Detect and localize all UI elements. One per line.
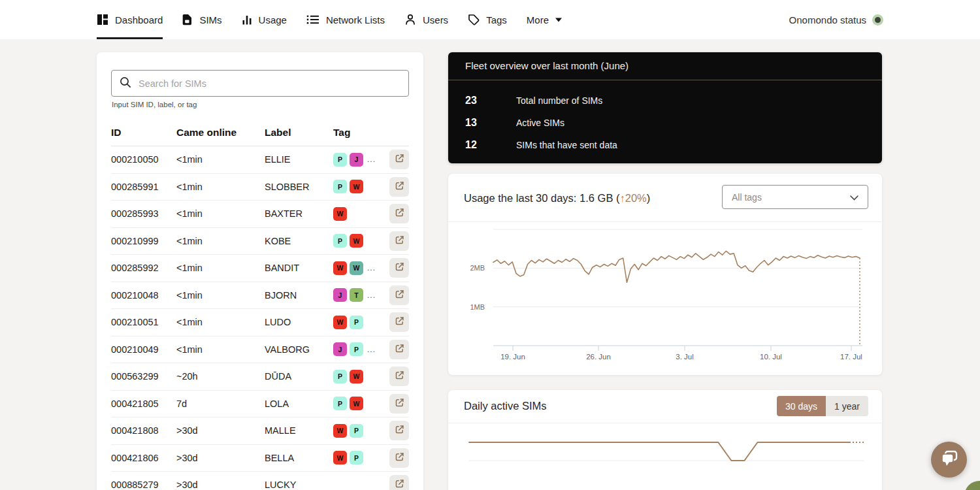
tag-chip: W <box>333 424 347 438</box>
sim-tags: WP <box>333 424 389 438</box>
tag-chip: P <box>350 342 363 356</box>
open-sim-button[interactable] <box>389 177 409 197</box>
sim-tags: JP... <box>333 342 389 356</box>
sim-came-online: <1min <box>176 263 265 273</box>
sim-row: 000210049<1minVALBORGJP... <box>111 336 409 364</box>
tag-chip: J <box>333 288 347 302</box>
sim-label: DŪDA <box>265 371 333 382</box>
open-sim-button[interactable] <box>389 204 409 223</box>
corner-widget-bubble <box>964 481 980 490</box>
external-link-icon <box>395 154 404 165</box>
sim-label: LUDO <box>265 317 333 327</box>
sim-came-online: <1min <box>176 182 265 192</box>
external-link-icon <box>395 262 404 274</box>
svg-text:2MB: 2MB <box>470 264 485 272</box>
sim-label: BJORN <box>265 290 333 301</box>
fleet-stat-row: 13Active SIMs <box>465 112 865 134</box>
open-sim-button[interactable] <box>389 421 409 440</box>
sim-id: 000285991 <box>111 182 176 192</box>
sim-tags: W <box>333 207 389 221</box>
tag-chip: W <box>350 370 363 384</box>
chat-icon <box>940 450 958 469</box>
fleet-stat-row: 23Total number of SIMs <box>465 90 865 112</box>
network-lists-icon <box>306 14 319 25</box>
search-hint: Input SIM ID, label, or tag <box>112 101 409 108</box>
toggle-30-days[interactable]: 30 days <box>777 396 826 416</box>
tag-filter-select[interactable]: All tags <box>722 185 868 209</box>
nav-item-dashboard[interactable]: Dashboard <box>97 0 163 39</box>
open-sim-button[interactable] <box>389 394 409 414</box>
nav-item-sims[interactable]: SIMs <box>182 0 221 39</box>
column-header-tag: Tag <box>333 127 389 139</box>
chat-launcher-button[interactable] <box>931 442 967 478</box>
sim-tags: PW <box>333 397 389 410</box>
nav-item-tags[interactable]: Tags <box>468 0 507 39</box>
open-sim-button[interactable] <box>389 448 409 468</box>
column-header-came-online: Came online <box>176 127 265 139</box>
sim-tags: PW <box>333 370 389 384</box>
fleet-stat-value: 23 <box>465 95 516 106</box>
external-link-icon <box>395 316 404 328</box>
sim-id: 000285993 <box>111 208 176 219</box>
tag-chip: P <box>333 153 347 167</box>
status-label: Onomondo status <box>789 14 866 25</box>
sim-came-online: >30d <box>176 425 265 436</box>
sim-label: BAXTER <box>265 208 333 219</box>
open-sim-button[interactable] <box>389 312 409 332</box>
open-sim-button[interactable] <box>389 231 409 251</box>
sim-came-online: <1min <box>176 317 265 327</box>
open-sim-button[interactable] <box>389 340 409 359</box>
tag-chip: P <box>350 451 363 465</box>
open-sim-button[interactable] <box>389 286 409 305</box>
sim-row: 000285993<1minBAXTERW <box>111 201 409 228</box>
nav-item-label: More <box>527 14 549 25</box>
open-sim-button[interactable] <box>389 367 409 386</box>
svg-text:10. Jul: 10. Jul <box>760 353 782 361</box>
sim-table-body: 000210050<1minELLIEPJ...000285991<1minSL… <box>111 146 409 490</box>
external-link-icon <box>395 425 404 436</box>
sim-came-online: <1min <box>176 208 265 219</box>
nav-item-users[interactable]: Users <box>404 0 448 39</box>
usage-title: Usage the last 30 days: 1.6 GB (↑20%) <box>464 192 650 204</box>
fleet-stat-value: 13 <box>465 117 516 129</box>
dashboard-icon <box>97 14 108 25</box>
nav-item-more[interactable]: More <box>527 0 562 39</box>
sim-id: 000885279 <box>111 480 176 490</box>
tag-chip: P <box>350 316 363 329</box>
nav-item-network-lists[interactable]: Network Lists <box>306 0 385 39</box>
sim-row: 000210050<1minELLIEPJ... <box>111 146 409 174</box>
tag-chip: W <box>333 207 347 221</box>
external-link-icon <box>395 289 404 301</box>
sim-id: 000210051 <box>111 317 176 327</box>
sim-came-online: <1min <box>176 236 265 246</box>
toggle-1-year[interactable]: 1 year <box>826 396 868 416</box>
nav-item-usage[interactable]: Usage <box>242 0 287 39</box>
top-navigation-bar: DashboardSIMsUsageNetwork ListsUsersTags… <box>0 0 980 39</box>
sim-row: 000421806>30dBELLAWP <box>111 445 409 472</box>
sim-id: 000421805 <box>111 399 176 409</box>
svg-text:19. Jun: 19. Jun <box>500 353 525 361</box>
search-input[interactable] <box>137 78 400 90</box>
tag-chip: W <box>350 397 363 410</box>
daily-panel-title: Daily active SIMs <box>464 400 547 412</box>
fleet-stat-row: 12SIMs that have sent data <box>465 134 865 156</box>
sim-tags: PJ... <box>333 153 389 167</box>
daily-panel-header: Daily active SIMs 30 days1 year <box>448 390 882 423</box>
sim-label: KOBE <box>265 236 333 246</box>
open-sim-button[interactable] <box>389 150 409 169</box>
onomondo-status[interactable]: Onomondo status <box>789 0 883 39</box>
column-header-id: ID <box>111 127 176 139</box>
sim-label: LUCKY <box>265 480 333 490</box>
sim-row: 000210051<1minLUDOWP <box>111 309 409 336</box>
open-sim-button[interactable] <box>389 475 409 490</box>
sim-tags: WW... <box>333 261 389 275</box>
sim-came-online: ~20h <box>176 371 265 382</box>
search-icon <box>120 76 131 91</box>
external-link-icon <box>395 370 404 382</box>
sim-table-header: IDCame onlineLabelTag <box>111 127 409 146</box>
fleet-stat-label: Total number of SIMs <box>516 95 602 106</box>
open-sim-button[interactable] <box>389 258 409 278</box>
sim-icon <box>182 14 193 25</box>
more-tags-ellipsis: ... <box>367 291 376 300</box>
sim-id: 000421806 <box>111 453 176 463</box>
